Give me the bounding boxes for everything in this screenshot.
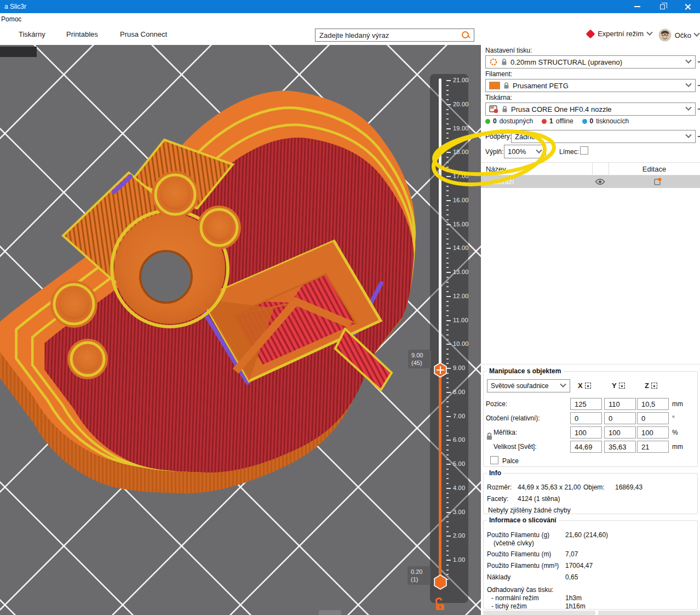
layer-tick-minor xyxy=(446,406,449,407)
tab-printers[interactable]: Tiskárny xyxy=(19,30,45,38)
layer-tick-minor xyxy=(446,387,449,388)
layer-tick-minor xyxy=(446,143,449,144)
layer-tick-minor xyxy=(446,301,449,302)
layer-tick xyxy=(446,104,451,105)
layer-tick-minor xyxy=(446,339,449,340)
tab-prusa-connect[interactable]: Prusa Connect xyxy=(120,30,167,38)
export-button[interactable] xyxy=(598,611,700,615)
print-settings-select[interactable]: 0.20mm STRUCTURAL (upraveno) xyxy=(485,55,696,69)
manipulation-value-input[interactable] xyxy=(570,426,602,439)
layer-tick-label: 15.00 xyxy=(453,221,469,227)
layer-slider[interactable]: 21.0020.0019.0018.0017.0016.0015.0014.00… xyxy=(430,74,468,603)
manipulation-value-input[interactable] xyxy=(637,398,669,410)
filament-value: Prusament PETG xyxy=(513,82,683,90)
printer-status-item: 0tisknoucích xyxy=(582,117,629,125)
unit-label: mm xyxy=(672,400,683,408)
manipulation-row-label: Otočení (relativní): xyxy=(486,414,540,422)
object-list-area[interactable] xyxy=(481,188,700,365)
search-icon[interactable] xyxy=(461,31,470,39)
manipulation-value-input[interactable] xyxy=(570,412,602,424)
layer-tick xyxy=(446,320,451,321)
user-account-menu[interactable]: Očko xyxy=(658,29,699,42)
column-name: Název xyxy=(486,165,506,173)
brim-checkbox[interactable] xyxy=(580,146,588,155)
layer-tick-minor xyxy=(446,411,449,412)
unit-label: % xyxy=(672,429,678,436)
viewport-bottom-toolbar xyxy=(319,610,341,615)
eye-icon[interactable] xyxy=(595,178,605,185)
layer-tick-minor xyxy=(446,118,449,119)
layer-tick-minor xyxy=(446,430,449,431)
layer-tick-minor xyxy=(446,420,449,422)
manipulation-value-input[interactable] xyxy=(604,398,636,410)
column-edit: Editace xyxy=(609,165,700,173)
manipulation-value-input[interactable] xyxy=(637,441,669,453)
unlock-icon[interactable] xyxy=(434,597,447,612)
inches-checkbox[interactable] xyxy=(490,456,498,464)
layer-tick-label: 2.00 xyxy=(453,532,465,539)
slicing-row-value: 7,07 xyxy=(565,550,578,558)
status-dot-icon xyxy=(582,119,587,124)
sliced-model[interactable] xyxy=(0,45,481,615)
layer-tick-label: 4.00 xyxy=(453,485,465,491)
layer-tick-minor xyxy=(446,234,449,235)
layer-tick-minor xyxy=(446,521,449,522)
close-button[interactable] xyxy=(675,0,700,13)
minimize-button[interactable] xyxy=(624,0,650,13)
filament-select[interactable]: Prusament PETG xyxy=(485,79,696,92)
layer-tick xyxy=(446,512,451,513)
layer-tick-minor xyxy=(446,497,449,498)
layer-tick-minor xyxy=(446,123,449,124)
slice-button[interactable] xyxy=(483,611,595,615)
coordinate-system-select[interactable]: Světové souřadnice xyxy=(487,379,570,392)
status-count: 0 xyxy=(493,117,497,125)
manipulation-value-input[interactable] xyxy=(604,441,636,453)
status-label: dostupných xyxy=(500,117,533,125)
layer-tick-minor xyxy=(446,459,449,460)
expert-mode-selector[interactable]: Expertní režim xyxy=(587,30,652,38)
layer-slider-upper-thumb[interactable] xyxy=(433,362,447,378)
layer-tick xyxy=(446,560,451,561)
layer-tick xyxy=(446,296,451,297)
estimate-stealth-value: 1h16m xyxy=(565,602,586,610)
info-title: Info xyxy=(487,469,503,477)
axis-lock-icon[interactable] xyxy=(585,383,591,389)
supports-select[interactable]: Žádné xyxy=(511,130,696,143)
restore-button[interactable] xyxy=(650,0,675,13)
manipulation-value-input[interactable] xyxy=(604,412,636,424)
layer-tick-minor xyxy=(446,113,449,115)
manipulation-value-input[interactable] xyxy=(637,426,669,439)
scale-lock-icon[interactable] xyxy=(486,432,493,441)
print-settings-label: Nastavení tisku: xyxy=(485,47,532,54)
menu-item-help[interactable]: Pomoc xyxy=(0,15,25,23)
viewport-3d[interactable]: 21.0020.0019.0018.0017.0016.0015.0014.00… xyxy=(0,45,481,615)
printer-select[interactable]: Prusa CORE One HF0.4 nozzle xyxy=(485,102,696,116)
manipulation-value-input[interactable] xyxy=(570,441,602,453)
search-input[interactable]: Zadejte hledaný výraz xyxy=(315,29,474,42)
layer-tick-minor xyxy=(446,378,449,379)
slicing-row-label: Použito Filamentu (g) xyxy=(487,531,549,539)
axis-lock-icon[interactable] xyxy=(651,383,657,389)
layer-tick-minor xyxy=(446,286,449,287)
tab-printables[interactable]: Printables xyxy=(66,30,98,38)
layer-tick-label: 3.00 xyxy=(453,509,465,515)
infill-select[interactable]: 100% xyxy=(504,145,546,158)
size-value: 44,69 x 35,63 x 21,00 xyxy=(518,483,581,491)
status-count: 1 xyxy=(549,117,553,125)
layer-tick xyxy=(446,488,451,489)
manipulation-value-input[interactable] xyxy=(570,398,602,410)
manipulation-value-input[interactable] xyxy=(637,412,669,424)
layer-tick-minor xyxy=(446,94,449,95)
manipulation-value-input[interactable] xyxy=(604,426,636,439)
slicing-info-section: Informace o slicování Použito Filamentu … xyxy=(483,516,698,610)
edit-settings-icon[interactable] xyxy=(653,178,662,186)
layer-tick-minor xyxy=(446,324,449,326)
layer-slider-lower-thumb[interactable] xyxy=(433,574,447,590)
printer-status-row: 0dostupných1offline0tisknoucích xyxy=(485,117,629,125)
layer-tick-minor xyxy=(446,445,449,446)
table-row[interactable]: závaží xyxy=(481,175,700,188)
axis-lock-icon[interactable] xyxy=(619,383,625,389)
layer-tick-minor xyxy=(446,550,449,551)
layer-tick-minor xyxy=(446,334,449,335)
chevron-down-icon xyxy=(685,58,691,64)
